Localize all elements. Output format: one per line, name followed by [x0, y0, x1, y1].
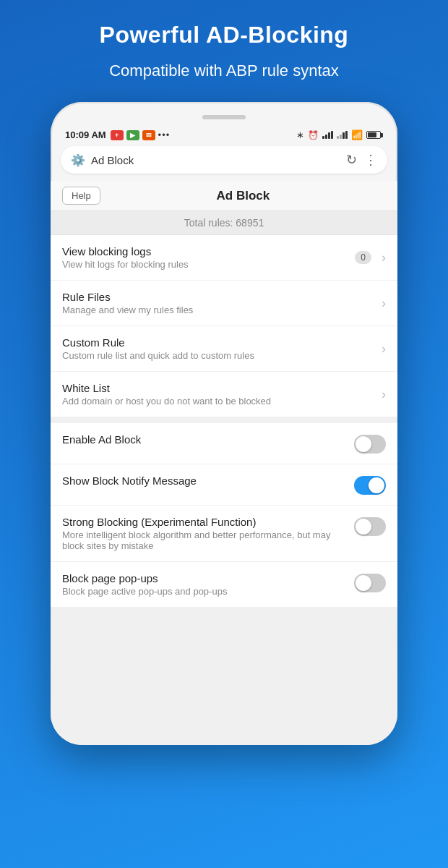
menu-item-subtitle: Add domain or host you do not want to be… — [62, 396, 376, 407]
toggle-title: Block page pop-ups — [62, 572, 345, 584]
menu-item-subtitle: Manage and view my rules files — [62, 305, 376, 315]
toggle-title: Strong Blocking (Experimental Function) — [62, 516, 345, 528]
menu-list: View blocking logs View hit logs for blo… — [51, 235, 397, 417]
toggle-knob — [356, 575, 371, 591]
badge-red-icon: + — [111, 130, 124, 140]
status-time: 10:09 AM — [65, 129, 106, 140]
battery-icon — [366, 131, 383, 139]
list-item[interactable]: Custom Rule Custom rule list and quick a… — [51, 326, 397, 372]
strong-blocking-toggle[interactable] — [354, 517, 386, 536]
menu-item-title: White List — [62, 382, 376, 394]
show-notify-toggle[interactable] — [354, 476, 386, 495]
status-app-icons: + ▶ ✉ ••• — [111, 129, 171, 140]
menu-item-subtitle: Custom rule list and quick add to custom… — [62, 350, 376, 361]
page-title: Powerful AD-Blocking — [100, 22, 349, 48]
badge-counter: 0 — [355, 251, 371, 264]
list-item[interactable]: White List Add domain or host you do not… — [51, 372, 397, 417]
badge-green-icon: ▶ — [126, 130, 139, 140]
address-bar[interactable]: ⚙️ Ad Block ↻ ⋮ — [61, 146, 387, 174]
toggle-title: Enable Ad Block — [62, 433, 345, 446]
menu-item-content: Custom Rule Custom rule list and quick a… — [62, 336, 376, 361]
toggle-row[interactable]: Show Block Notify Message — [51, 464, 397, 506]
menu-item-title: Rule Files — [62, 291, 376, 303]
dots-icon: ••• — [158, 129, 171, 140]
chevron-right-icon: › — [382, 341, 386, 357]
block-popups-toggle[interactable] — [354, 574, 386, 592]
toggle-knob — [356, 519, 371, 535]
toggle-title: Show Block Notify Message — [62, 475, 345, 487]
toggle-subtitle: More intelligent block algorithm and bet… — [62, 529, 345, 551]
menu-item-title: View blocking logs — [62, 245, 355, 258]
gear-icon: ⚙️ — [71, 153, 85, 167]
menu-item-title: Custom Rule — [62, 336, 376, 349]
menu-item-content: White List Add domain or host you do not… — [62, 382, 376, 407]
menu-item-content: View blocking logs View hit logs for blo… — [62, 245, 355, 270]
toolbar-title: Ad Block — [100, 189, 386, 203]
menu-item-content: Rule Files Manage and view my rules file… — [62, 291, 376, 315]
status-system-icons: ∗ ⏰ 📶 — [296, 129, 383, 140]
bluetooth-icon: ∗ — [296, 129, 304, 140]
toggle-row-content: Enable Ad Block — [62, 433, 345, 446]
wifi-icon: 📶 — [351, 129, 363, 140]
chevron-right-icon: › — [382, 250, 386, 265]
list-item[interactable]: View blocking logs View hit logs for blo… — [51, 235, 397, 281]
toggle-row[interactable]: Enable Ad Block — [51, 423, 397, 464]
toggle-row-content: Strong Blocking (Experimental Function) … — [62, 516, 345, 551]
address-bar-actions: ↻ ⋮ — [346, 152, 377, 168]
app-content: Help Ad Block Total rules: 68951 View bl… — [51, 181, 397, 745]
section-divider — [51, 417, 397, 423]
menu-item-subtitle: View hit logs for blocking rules — [62, 259, 355, 270]
chevron-right-icon: › — [382, 387, 386, 402]
phone-frame: 10:09 AM + ▶ ✉ ••• ∗ ⏰ 📶 — [51, 102, 397, 745]
toggle-knob — [356, 436, 371, 452]
phone-notch — [202, 115, 246, 119]
toggle-row-content: Block page pop-ups Block page active pop… — [62, 572, 345, 597]
status-bar: 10:09 AM + ▶ ✉ ••• ∗ ⏰ 📶 — [51, 129, 397, 140]
total-rules-bar: Total rules: 68951 — [51, 211, 397, 235]
address-bar-text: Ad Block — [91, 154, 346, 166]
signal-bars-2 — [337, 131, 348, 139]
alarm-icon: ⏰ — [308, 130, 319, 140]
list-item[interactable]: Rule Files Manage and view my rules file… — [51, 281, 397, 326]
menu-dots-icon[interactable]: ⋮ — [364, 152, 377, 168]
app-toolbar: Help Ad Block — [51, 181, 397, 211]
page-subtitle: Compatible with ABP rule syntax — [109, 61, 339, 80]
chevron-right-icon: › — [382, 296, 386, 311]
toggle-row[interactable]: Strong Blocking (Experimental Function) … — [51, 506, 397, 562]
toggle-knob — [369, 477, 384, 493]
toggle-row-content: Show Block Notify Message — [62, 475, 345, 487]
enable-adblock-toggle[interactable] — [354, 435, 386, 454]
toggle-row[interactable]: Block page pop-ups Block page active pop… — [51, 562, 397, 608]
signal-bars-1 — [322, 131, 333, 139]
help-button[interactable]: Help — [62, 187, 100, 205]
toggle-subtitle: Block page active pop-ups and pop-ups — [62, 586, 345, 597]
refresh-icon[interactable]: ↻ — [346, 152, 357, 168]
badge-orange-icon: ✉ — [142, 130, 155, 140]
